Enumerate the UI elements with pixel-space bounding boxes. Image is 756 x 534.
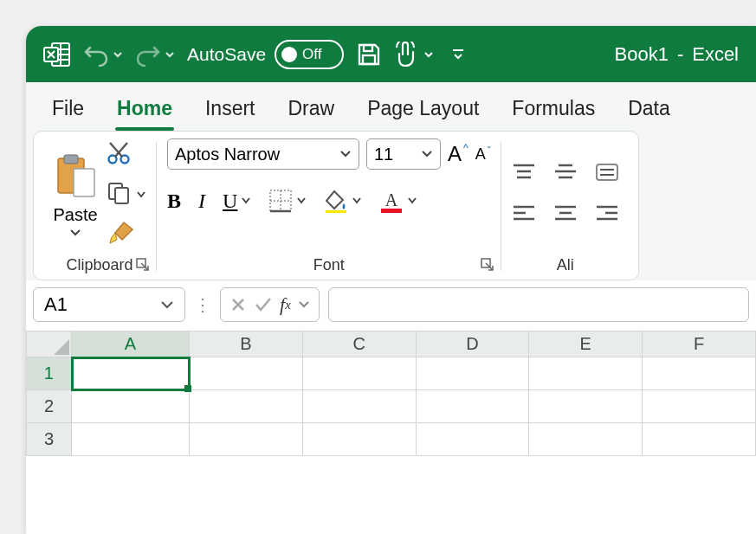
- group-font: Aptos Narrow 11 A^ Aˇ B I U: [157, 138, 501, 274]
- chevron-down-icon[interactable]: [241, 196, 251, 205]
- chevron-down-icon[interactable]: [69, 228, 81, 237]
- svg-rect-17: [115, 188, 128, 203]
- select-all-corner[interactable]: [27, 331, 72, 357]
- cell-B2[interactable]: [190, 390, 303, 423]
- align-right-button[interactable]: [595, 204, 619, 227]
- cell-A3[interactable]: [72, 423, 190, 456]
- svg-rect-25: [381, 209, 402, 213]
- cut-button[interactable]: [107, 141, 131, 169]
- formula-divider-dots[interactable]: ⋮: [194, 294, 211, 315]
- clipboard-launcher[interactable]: [136, 258, 150, 276]
- cell-E3[interactable]: [529, 423, 643, 456]
- italic-button[interactable]: I: [198, 190, 205, 213]
- undo-button[interactable]: [83, 42, 123, 67]
- chevron-down-icon[interactable]: [165, 49, 175, 60]
- enter-formula-button[interactable]: [254, 296, 273, 313]
- cell-A1[interactable]: [72, 357, 190, 390]
- cell-F3[interactable]: [643, 423, 756, 456]
- font-launcher[interactable]: [481, 258, 494, 276]
- align-left-button[interactable]: [512, 204, 536, 227]
- row-header-1[interactable]: 1: [27, 357, 72, 390]
- app-name: Excel: [692, 43, 739, 66]
- cell-B3[interactable]: [190, 423, 303, 456]
- decrease-font-size-button[interactable]: Aˇ: [475, 145, 491, 164]
- cell-D1[interactable]: [416, 357, 529, 390]
- save-button[interactable]: [356, 42, 382, 68]
- dialog-launcher-icon: [481, 258, 494, 272]
- name-box-value: A1: [44, 293, 68, 316]
- chevron-down-icon[interactable]: [113, 49, 123, 60]
- font-size-select[interactable]: 11: [366, 138, 441, 170]
- cell-D3[interactable]: [416, 423, 529, 456]
- cancel-formula-button[interactable]: [229, 296, 247, 313]
- column-header-E[interactable]: E: [529, 331, 643, 357]
- chevron-down-icon: [339, 150, 352, 158]
- bold-button[interactable]: B: [167, 190, 181, 213]
- row-header-2[interactable]: 2: [27, 390, 72, 423]
- cell-A2[interactable]: [72, 390, 190, 423]
- scissors-icon: [107, 141, 131, 165]
- column-header-D[interactable]: D: [416, 331, 529, 357]
- redo-button[interactable]: [135, 42, 175, 67]
- paste-label: Paste: [53, 205, 97, 225]
- font-color-icon: A: [379, 189, 404, 213]
- document-name: Book1: [614, 43, 668, 66]
- column-header-F[interactable]: F: [643, 331, 756, 357]
- cell-C1[interactable]: [302, 357, 416, 390]
- cell-C3[interactable]: [302, 423, 416, 456]
- chevron-down-icon[interactable]: [160, 299, 174, 310]
- ribbon: Paste: [26, 131, 756, 280]
- group-clipboard-label: Clipboard: [66, 256, 132, 274]
- align-top-button[interactable]: [512, 163, 536, 185]
- font-name-select[interactable]: Aptos Narrow: [167, 138, 359, 170]
- column-header-C[interactable]: C: [302, 331, 416, 357]
- touch-mode-button[interactable]: [394, 42, 434, 68]
- format-painter-button[interactable]: [107, 221, 134, 248]
- insert-function-button[interactable]: fx: [280, 293, 291, 316]
- align-middle-button[interactable]: [553, 163, 578, 185]
- formula-bar-row: A1 ⋮ fx: [26, 280, 756, 322]
- cell-D2[interactable]: [416, 390, 529, 423]
- chevron-down-icon[interactable]: [352, 196, 362, 205]
- underline-button[interactable]: U: [223, 190, 251, 213]
- cell-B1[interactable]: [190, 357, 303, 390]
- font-color-button[interactable]: A: [379, 189, 417, 213]
- cell-E1[interactable]: [529, 357, 643, 390]
- name-box[interactable]: A1: [33, 287, 185, 322]
- paste-button[interactable]: Paste: [53, 153, 98, 237]
- group-font-label: Font: [313, 256, 345, 274]
- chevron-down-icon[interactable]: [296, 196, 307, 205]
- chevron-down-icon[interactable]: [136, 190, 146, 199]
- autosave-toggle[interactable]: Off: [275, 40, 344, 69]
- autosave-label: AutoSave: [187, 44, 266, 65]
- formula-input[interactable]: [328, 287, 749, 322]
- chevron-down-icon[interactable]: [298, 300, 310, 309]
- borders-button[interactable]: [268, 189, 307, 213]
- tab-insert[interactable]: Insert: [204, 92, 257, 131]
- cell-F2[interactable]: [643, 390, 756, 423]
- fill-color-button[interactable]: [324, 189, 362, 213]
- paintbrush-icon: [107, 221, 134, 245]
- chevron-down-icon: [421, 150, 433, 158]
- tab-formulas[interactable]: Formulas: [510, 92, 597, 131]
- chevron-down-icon[interactable]: [407, 196, 417, 205]
- tab-draw[interactable]: Draw: [287, 92, 337, 131]
- autosave-state: Off: [302, 46, 321, 63]
- increase-font-size-button[interactable]: A^: [448, 142, 468, 166]
- column-header-A[interactable]: A: [72, 331, 190, 357]
- qat-more-button[interactable]: [451, 48, 465, 61]
- align-center-button[interactable]: [553, 204, 578, 227]
- row-header-3[interactable]: 3: [27, 423, 72, 456]
- column-header-B[interactable]: B: [190, 331, 303, 357]
- tab-data[interactable]: Data: [626, 92, 672, 131]
- svg-rect-23: [326, 210, 346, 213]
- cell-C2[interactable]: [302, 390, 416, 423]
- align-bottom-button[interactable]: [595, 163, 619, 185]
- cell-E2[interactable]: [529, 390, 643, 423]
- cell-F1[interactable]: [643, 357, 756, 390]
- tab-file[interactable]: File: [50, 92, 86, 131]
- tab-home[interactable]: Home: [115, 92, 174, 131]
- tab-page-layout[interactable]: Page Layout: [365, 92, 481, 131]
- chevron-down-icon[interactable]: [423, 49, 434, 60]
- copy-button[interactable]: [107, 181, 131, 209]
